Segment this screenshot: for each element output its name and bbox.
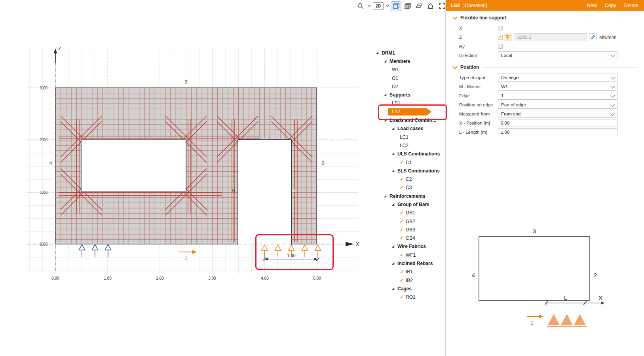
tree-item-loads-and-combin[interactable]: ◢Loads and Combin... xyxy=(374,116,445,124)
tree-item-label: LC2 xyxy=(400,143,408,148)
home-view-button[interactable] xyxy=(426,2,435,11)
tree-item-gb2[interactable]: ✓GB2 xyxy=(374,217,445,225)
tree-item-c3[interactable]: ✓C3 xyxy=(374,184,445,192)
svg-text:3: 3 xyxy=(185,79,188,85)
expand-icon[interactable]: ◢ xyxy=(384,60,389,63)
expand-icon[interactable]: ◢ xyxy=(376,51,381,55)
x-position-input[interactable] xyxy=(498,119,617,127)
tree-item-gb3[interactable]: ✓GB3 xyxy=(374,225,445,234)
tree-item-uls-combinations[interactable]: ◢ULS Combinations xyxy=(374,150,445,158)
z-checkbox[interactable]: ✓ xyxy=(498,35,503,40)
tree-item-ls1[interactable]: LS1 xyxy=(374,99,445,108)
copy-button[interactable]: Copy xyxy=(605,3,616,8)
tree-item-o2[interactable]: O2 xyxy=(374,82,445,91)
z-stiffness-input[interactable] xyxy=(515,33,587,41)
check-icon[interactable]: ✓ xyxy=(400,253,406,258)
expand-icon[interactable]: ◢ xyxy=(384,119,389,122)
check-icon[interactable]: ✓ xyxy=(400,227,406,232)
section-position: Position Type of input On edge M - Maste… xyxy=(446,64,644,136)
measured-from-select[interactable]: From end xyxy=(498,110,617,118)
prop-row-position-on-edge: Position on edge Part of edge xyxy=(459,101,644,109)
search-button[interactable] xyxy=(355,2,365,11)
tree-item-lc2[interactable]: LC2 xyxy=(374,141,445,150)
opening-2[interactable] xyxy=(238,140,291,245)
section-flexible-line-support: Flexible line support X Z ✓ xyxy=(446,15,644,59)
tree-item-members[interactable]: ◢Members xyxy=(374,57,445,65)
tree-item-wire-fabrics[interactable]: ◢Wire Fabrics xyxy=(374,242,445,251)
tree-item-ib2[interactable]: ✓IB2 xyxy=(374,276,445,284)
check-icon[interactable]: ✓ xyxy=(400,210,406,215)
check-icon[interactable]: ✓ xyxy=(400,236,406,240)
l-length-input[interactable] xyxy=(498,128,617,136)
x-checkbox[interactable] xyxy=(498,26,503,30)
expand-icon[interactable]: ◢ xyxy=(392,127,397,130)
x-label: X xyxy=(459,26,498,30)
tree-item-wf1[interactable]: ✓WF1 xyxy=(374,251,445,259)
tree-item-group-of-bars[interactable]: ◢Group of Bars xyxy=(374,200,445,208)
svg-text:X: X xyxy=(598,294,602,301)
svg-text:2.00: 2.00 xyxy=(40,138,48,142)
tree-item-o1[interactable]: O1 xyxy=(374,74,445,82)
tree-item-supports[interactable]: ◢Supports xyxy=(374,91,445,99)
master-select[interactable]: W1 xyxy=(498,83,617,91)
tree-item-label: O1 xyxy=(392,76,398,81)
expand-icon[interactable]: ◢ xyxy=(384,93,389,97)
tree-item-cages[interactable]: ◢Cages xyxy=(374,284,445,293)
collapse-chevron-icon[interactable] xyxy=(452,15,458,20)
tree-item-ls2[interactable]: LS2 xyxy=(374,108,445,116)
new-button[interactable]: New xyxy=(587,3,597,8)
delete-button[interactable]: Delete xyxy=(624,3,638,8)
expand-icon[interactable]: ◢ xyxy=(392,287,397,290)
edge-select[interactable]: 1 xyxy=(498,92,617,100)
tree-item-ro1[interactable]: ✓RO1 xyxy=(374,293,445,301)
section-header-flexible[interactable]: Flexible line support xyxy=(453,15,644,21)
tree-item-inclined-rebars[interactable]: ◢Inclined Rebars xyxy=(374,259,445,267)
field-label: Type of input xyxy=(459,75,498,80)
tree-item-label: W1 xyxy=(392,67,399,72)
check-icon[interactable]: ✓ xyxy=(400,269,406,274)
tree-item-drm1[interactable]: ◢DRM1 xyxy=(374,49,445,57)
expand-icon[interactable]: ◢ xyxy=(384,195,389,198)
section-plane-button[interactable] xyxy=(414,2,424,11)
type-of-input-select[interactable]: On edge xyxy=(498,74,617,81)
check-icon[interactable]: ✓ xyxy=(400,219,406,224)
check-icon[interactable]: ✓ xyxy=(400,278,406,283)
tree-item-label: IB1 xyxy=(406,269,413,275)
solid-view-button[interactable] xyxy=(403,2,412,11)
check-icon[interactable]: ✓ xyxy=(400,185,406,190)
tree-item-ib1[interactable]: ✓IB1 xyxy=(374,268,445,276)
expand-icon[interactable]: ◢ xyxy=(392,152,397,155)
tree-item-lc1[interactable]: LC1 xyxy=(374,133,445,141)
view-mode-2d-button[interactable]: 2D xyxy=(373,2,384,10)
search-dropdown-chevron-icon[interactable] xyxy=(367,2,371,11)
position-on-edge-select[interactable]: Part of edge xyxy=(498,101,617,109)
check-icon[interactable]: ✓ xyxy=(400,177,406,182)
check-icon[interactable]: ✓ xyxy=(400,160,406,165)
ry-checkbox[interactable] xyxy=(498,44,503,49)
collapse-chevron-icon[interactable] xyxy=(452,64,458,69)
edit-pencil-button[interactable] xyxy=(589,33,597,41)
tree-item-label: SLS Combinations xyxy=(397,168,440,174)
tree-item-w1[interactable]: W1 xyxy=(374,66,445,74)
tree-item-c1[interactable]: ✓C1 xyxy=(374,158,445,167)
direction-select[interactable]: Local xyxy=(498,51,617,59)
support-direction-icon[interactable] xyxy=(504,34,511,41)
opening-1[interactable] xyxy=(81,139,186,192)
zoom-extents-button[interactable] xyxy=(437,2,447,11)
expand-icon[interactable]: ◢ xyxy=(392,203,397,206)
tree-item-gb1[interactable]: ✓GB1 xyxy=(374,209,445,217)
section-header-position[interactable]: Position xyxy=(453,64,644,70)
tree-item-reinforcements[interactable]: ◢Reinforcements xyxy=(374,192,445,200)
view-mode-chevron-icon[interactable] xyxy=(385,2,389,11)
tree-item-sls-combinations[interactable]: ◢SLS Combinations xyxy=(374,167,445,175)
tree-item-c2[interactable]: ✓C2 xyxy=(374,175,445,183)
tree-item-gb4[interactable]: ✓GB4 xyxy=(374,234,445,242)
tree-item-label: Cages xyxy=(397,286,412,292)
tree-item-load-cases[interactable]: ◢Load cases xyxy=(374,125,445,133)
expand-icon[interactable]: ◢ xyxy=(392,245,397,248)
wireframe-view-button[interactable] xyxy=(391,2,401,11)
expand-icon[interactable]: ◢ xyxy=(392,262,397,265)
field-label: M - Master xyxy=(459,84,498,89)
expand-icon[interactable]: ◢ xyxy=(392,169,397,172)
check-icon[interactable]: ✓ xyxy=(400,295,406,299)
